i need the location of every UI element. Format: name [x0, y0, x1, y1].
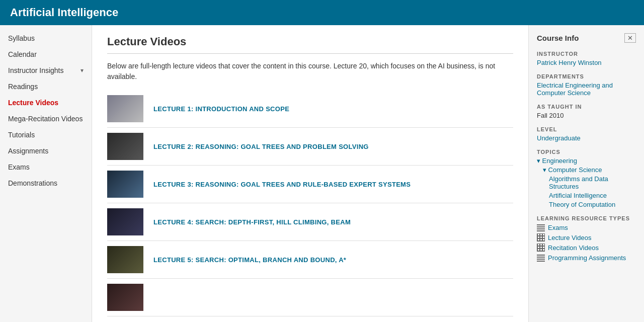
resource-link[interactable]: Lecture Videos	[548, 234, 592, 242]
lecture-link[interactable]: LECTURE 1: INTRODUCTION AND SCOPE	[153, 105, 289, 113]
section-label: INSTRUCTOR	[537, 51, 636, 57]
sidebar-item-label: Calendar	[8, 50, 37, 58]
lecture-thumbnail	[107, 171, 143, 198]
course-info-header: Course Info ✕	[537, 33, 636, 43]
sidebar-item-exams[interactable]: Exams	[0, 159, 92, 175]
sidebar-item-assignments[interactable]: Assignments	[0, 143, 92, 159]
lecture-link[interactable]: LECTURE 4: SEARCH: DEPTH-FIRST, HILL CLI…	[153, 218, 351, 226]
sidebar-item-tutorials[interactable]: Tutorials	[0, 127, 92, 143]
lecture-item[interactable]: LECTURE 4: SEARCH: DEPTH-FIRST, HILL CLI…	[107, 203, 513, 241]
lecture-item[interactable]: LECTURE 5: SEARCH: OPTIMAL, BRANCH AND B…	[107, 241, 513, 279]
lecture-link[interactable]: LECTURE 3: REASONING: GOAL TREES AND RUL…	[153, 181, 411, 188]
sidebar-item-label: Demonstrations	[8, 179, 57, 187]
topic-item: Artificial Intelligence	[549, 192, 636, 199]
info-section: INSTRUCTORPatrick Henry Winston	[537, 51, 636, 66]
sidebar-item-label: Instructor Insights	[8, 66, 64, 74]
sidebar-item-label: Readings	[8, 83, 38, 91]
topic-link[interactable]: ▾ Engineering	[537, 157, 636, 165]
chevron-icon: ▾	[80, 67, 84, 74]
sidebar-item-syllabus[interactable]: Syllabus	[0, 30, 92, 46]
sidebar-item-label: Assignments	[8, 147, 48, 155]
sidebar-item-readings[interactable]: Readings	[0, 78, 92, 95]
resource-link[interactable]: Programming Assignments	[548, 254, 626, 262]
info-section: DEPARTMENTSElectrical Engineering and Co…	[537, 73, 636, 97]
topic-link[interactable]: Theory of Computation	[549, 201, 636, 208]
resource-item: Lecture Videos	[537, 233, 636, 242]
lecture-thumbnail	[107, 95, 143, 122]
lecture-link[interactable]: LECTURE 5: SEARCH: OPTIMAL, BRANCH AND B…	[153, 256, 346, 264]
sidebar-item-label: Lecture Videos	[8, 99, 58, 107]
resource-item: Exams	[537, 223, 636, 231]
topic-item: Algorithms and Data Structures	[549, 175, 636, 190]
section-label: LEVEL	[537, 126, 636, 132]
resource-link[interactable]: Exams	[548, 224, 568, 231]
lecture-item[interactable]: LECTURE 1: INTRODUCTION AND SCOPE	[107, 90, 513, 128]
course-info-body: INSTRUCTORPatrick Henry WinstonDEPARTMEN…	[537, 51, 636, 262]
course-info-panel: Course Info ✕ INSTRUCTORPatrick Henry Wi…	[528, 25, 644, 322]
lecture-label: LECTURE 4: SEARCH: DEPTH-FIRST, HILL CLI…	[153, 218, 351, 226]
sidebar-item-lecture-videos[interactable]: Lecture Videos	[0, 95, 92, 111]
topic-link[interactable]: Algorithms and Data Structures	[549, 175, 636, 190]
resource-item: Recitation Videos	[537, 244, 636, 252]
topic-item: Theory of Computation	[549, 201, 636, 208]
department-link[interactable]: Electrical Engineering and Computer Scie…	[537, 82, 636, 97]
section-label: TOPICS	[537, 149, 636, 155]
lecture-list: LECTURE 1: INTRODUCTION AND SCOPELECTURE…	[107, 90, 513, 316]
lecture-thumbnail	[107, 133, 143, 160]
page-description: Below are full-length lecture videos tha…	[107, 61, 513, 82]
lecture-label: LECTURE 1: INTRODUCTION AND SCOPE	[153, 105, 289, 113]
topic-link[interactable]: ▾ Computer Science	[543, 166, 636, 174]
video-icon	[537, 233, 545, 242]
document-icon	[537, 223, 545, 231]
lecture-label: LECTURE 3: REASONING: GOAL TREES AND RUL…	[153, 181, 411, 188]
section-label: AS TAUGHT IN	[537, 104, 636, 110]
page-heading: Lecture Videos	[107, 35, 513, 54]
lecture-thumbnail	[107, 284, 143, 311]
sidebar-item-mega-recitation-videos[interactable]: Mega-Recitation Videos	[0, 111, 92, 127]
main-content: Lecture Videos Below are full-length lec…	[92, 25, 528, 322]
sidebar-item-label: Mega-Recitation Videos	[8, 115, 83, 123]
main-layout: SyllabusCalendarInstructor Insights▾Read…	[0, 25, 644, 322]
topic-item: ▾ Engineering	[537, 157, 636, 165]
close-button[interactable]: ✕	[624, 33, 636, 43]
sidebar-item-label: Tutorials	[8, 131, 35, 139]
info-section: LEARNING RESOURCE TYPESExamsLecture Vide…	[537, 215, 636, 262]
lecture-item[interactable]: LECTURE 3: REASONING: GOAL TREES AND RUL…	[107, 166, 513, 203]
resource-list: ExamsLecture VideosRecitation VideosProg…	[537, 223, 636, 262]
lecture-item[interactable]	[107, 279, 513, 316]
sidebar-item-instructor-insights[interactable]: Instructor Insights▾	[0, 62, 92, 78]
topics-tree: ▾ Engineering▾ Computer ScienceAlgorithm…	[537, 157, 636, 208]
sidebar-item-calendar[interactable]: Calendar	[0, 46, 92, 62]
info-section: TOPICS▾ Engineering▾ Computer ScienceAlg…	[537, 149, 636, 208]
page-title: Artificial Intelligence	[10, 6, 634, 19]
lecture-link[interactable]: LECTURE 2: REASONING: GOAL TREES AND PRO…	[153, 143, 369, 150]
topic-link[interactable]: Artificial Intelligence	[549, 192, 636, 199]
sidebar: SyllabusCalendarInstructor Insights▾Read…	[0, 25, 92, 322]
instructor-link[interactable]: Patrick Henry Winston	[537, 59, 636, 66]
lecture-thumbnail	[107, 208, 143, 235]
info-section: LEVELUndergraduate	[537, 126, 636, 142]
info-section: AS TAUGHT INFall 2010	[537, 104, 636, 119]
lecture-label: LECTURE 5: SEARCH: OPTIMAL, BRANCH AND B…	[153, 256, 346, 264]
lecture-item[interactable]: LECTURE 2: REASONING: GOAL TREES AND PRO…	[107, 128, 513, 166]
sidebar-item-label: Exams	[8, 163, 30, 171]
section-label: LEARNING RESOURCE TYPES	[537, 215, 636, 221]
topic-item: ▾ Computer Science	[543, 166, 636, 174]
sidebar-item-demonstrations[interactable]: Demonstrations	[0, 175, 92, 191]
document-icon	[537, 254, 545, 262]
resource-link[interactable]: Recitation Videos	[548, 244, 599, 252]
lecture-label: LECTURE 2: REASONING: GOAL TREES AND PRO…	[153, 143, 369, 150]
as-taught-value: Fall 2010	[537, 112, 636, 119]
sidebar-item-label: Syllabus	[8, 34, 35, 42]
resource-item: Programming Assignments	[537, 254, 636, 262]
page-header: Artificial Intelligence	[0, 0, 644, 25]
video-icon	[537, 244, 545, 252]
level-link[interactable]: Undergraduate	[537, 134, 636, 142]
section-label: DEPARTMENTS	[537, 73, 636, 79]
lecture-thumbnail	[107, 246, 143, 273]
course-info-title: Course Info	[537, 34, 579, 42]
